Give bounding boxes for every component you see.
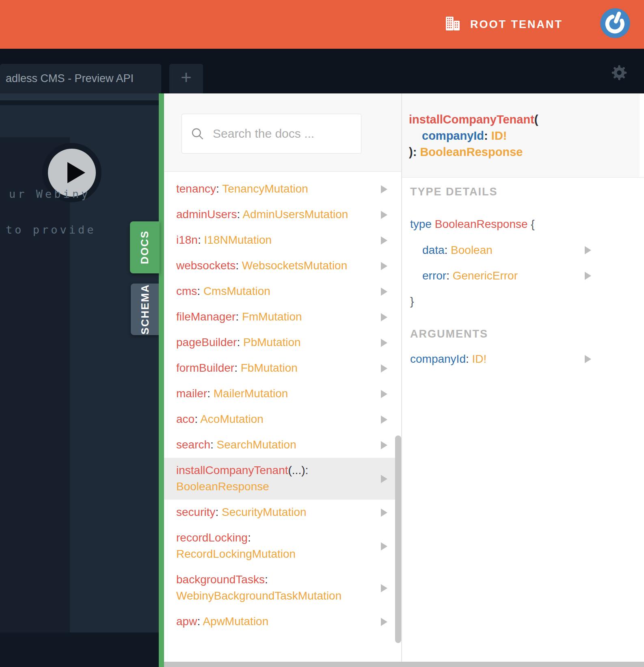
docs-list-item[interactable]: mailer: MailerMutation [164,381,401,407]
field-name: cms [176,285,197,297]
expand-arrow-icon[interactable] [381,390,387,398]
colon: : [446,269,450,282]
editor-band-divider [0,100,159,105]
tab-schema[interactable]: SCHEMA [131,284,159,335]
signature-arg-name: companyId [422,129,484,142]
punctuation: : [234,362,238,374]
editor-code-line: ur Webiny [9,188,90,200]
field-name: tenancy [176,182,216,195]
tab-docs[interactable]: DOCS [130,221,160,273]
tab-schema-label: SCHEMA [139,284,151,335]
expand-arrow-icon[interactable] [381,364,387,372]
docs-list-item[interactable]: apw: ApwMutation [164,609,401,635]
webiny-logo[interactable] [600,8,631,39]
punctuation: : [237,336,240,349]
expand-arrow-icon[interactable] [381,475,387,483]
expand-arrow-icon[interactable] [381,313,387,321]
app-header: ROOT TENANT [0,0,644,49]
session-tab[interactable]: adless CMS - Preview API [0,64,161,93]
type-field-name: data [422,244,445,256]
field-name: pageBuilder [176,336,237,349]
field-name: security [176,506,215,518]
type-field-type[interactable]: GenericError [453,269,518,282]
expand-arrow-icon[interactable] [381,584,387,592]
docs-list-item[interactable]: websockets: WebsocketsMutation [164,253,401,279]
expand-arrow-icon[interactable] [381,185,387,193]
docs-list-item[interactable]: recordLocking:RecordLockingMutation [164,525,401,567]
docs-list-item[interactable]: formBuilder: FbMutation [164,355,401,381]
field-type: FmMutation [242,310,302,323]
punctuation: : [198,234,201,246]
docs-list-item[interactable]: security: SecurityMutation [164,500,401,525]
docs-list-item[interactable]: tenancy: TenancyMutation [164,176,401,202]
signature-open-paren: ( [534,113,538,126]
field-type: WebinyBackgroundTaskMutation [176,589,341,602]
type-details-label: TYPE DETAILS [410,186,644,198]
docs-list-item[interactable]: i18n: I18NMutation [164,227,401,253]
argument-row[interactable]: companyId: ID! [402,346,644,372]
signature-arg-type: ID! [491,129,507,142]
field-type: AcoMutation [200,413,264,425]
field-type: I18NMutation [204,234,272,246]
docs-list-item[interactable]: fileManager: FmMutation [164,304,401,330]
docs-list-vertical-scrollbar[interactable] [395,435,401,643]
punctuation: : [194,413,198,425]
type-field-name: error [422,269,446,282]
expand-arrow-icon[interactable] [381,288,387,296]
colon: : [445,244,448,256]
session-tab-bar: adless CMS - Preview API + [0,49,644,93]
field-type: PbMutation [243,336,301,349]
type-field-row[interactable]: error: GenericError [402,263,644,288]
docs-list-item[interactable]: installCompanyTenant(...):BooleanRespons… [164,458,401,500]
building-icon [445,16,461,32]
field-name: recordLocking [176,531,248,544]
expand-arrow-icon[interactable] [381,236,387,245]
docs-list-item[interactable]: aco: AcoMutation [164,407,401,432]
new-tab-button[interactable]: + [169,64,203,93]
expand-arrow-icon[interactable] [381,441,387,449]
docs-list-item[interactable]: search: SearchMutation [164,432,401,458]
field-name: search [176,438,210,451]
open-brace: { [531,218,534,230]
field-type: WebsocketsMutation [242,259,347,272]
expand-arrow-icon[interactable] [585,272,591,280]
argument-type[interactable]: ID! [472,353,487,365]
detail-body: TYPE DETAILS type BooleanResponse { data… [402,178,644,667]
field-type: MailerMutation [214,387,288,400]
docs-list-item[interactable]: backgroundTasks:WebinyBackgroundTaskMuta… [164,567,401,609]
expand-arrow-icon[interactable] [381,542,387,550]
signature-field-name: installCompanyTenant [409,113,534,126]
expand-arrow-icon[interactable] [381,339,387,347]
docs-list-item[interactable]: adminUsers: AdminUsersMutation [164,202,401,227]
expand-arrow-icon[interactable] [585,246,591,254]
type-field-type[interactable]: Boolean [451,244,493,256]
settings-gear-icon[interactable] [610,63,629,82]
panel-divider [401,93,402,667]
docs-accent-strip [159,93,164,667]
docs-search-input[interactable] [212,126,353,141]
punctuation: : [236,310,239,323]
docs-list-item[interactable]: cms: CmsMutation [164,279,401,304]
field-name: adminUsers [176,208,237,221]
field-name: i18n [176,234,198,246]
detail-scroll-track [640,93,644,177]
field-name: installCompanyTenant [176,464,288,476]
close-brace: } [402,288,644,314]
field-signature: installCompanyTenant( companyId: ID! ): … [402,93,644,178]
expand-arrow-icon[interactable] [381,262,387,270]
expand-arrow-icon[interactable] [585,355,591,363]
type-field-row[interactable]: data: Boolean [402,237,644,263]
signature-return-type: BooleanResponse [420,145,523,158]
field-type: SearchMutation [217,438,296,451]
expand-arrow-icon[interactable] [381,211,387,219]
expand-arrow-icon[interactable] [381,509,387,517]
docs-horizontal-scrollbar[interactable] [164,662,644,667]
expand-arrow-icon[interactable] [381,416,387,424]
docs-list-item[interactable]: pageBuilder: PbMutation [164,330,401,355]
expand-arrow-icon[interactable] [381,618,387,626]
field-name: formBuilder [176,362,234,374]
punctuation: : [248,531,251,544]
docs-search-box[interactable] [182,114,361,154]
type-keyword: type [410,218,432,230]
tenant-selector[interactable]: ROOT TENANT [445,0,563,49]
